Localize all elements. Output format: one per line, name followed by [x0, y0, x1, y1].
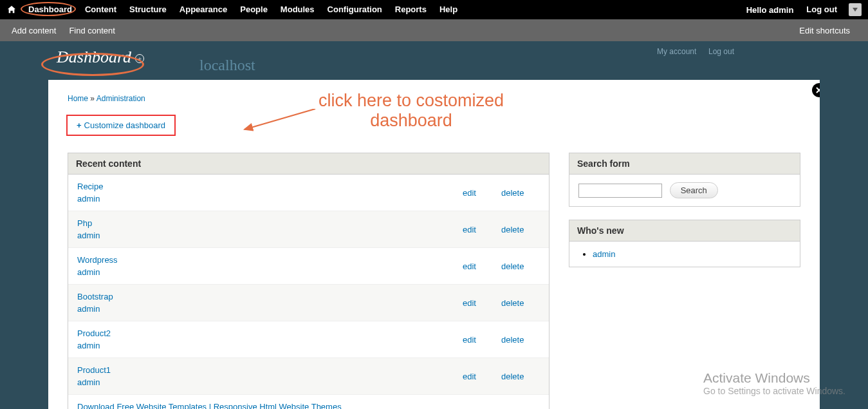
content-title-link[interactable]: Php	[77, 218, 463, 228]
delete-link[interactable]: delete	[501, 225, 540, 234]
menu-help[interactable]: Help	[433, 0, 464, 19]
content-row: Bootstrapadmineditdelete	[68, 284, 549, 321]
page-header: Dashboard+ localhost My account Log out	[0, 41, 868, 80]
content-title-link[interactable]: Product2	[77, 328, 463, 338]
header-logout-link[interactable]: Log out	[708, 47, 734, 56]
content-row: Recipeadmineditdelete	[68, 175, 549, 211]
overlay-panel: Home » Administration +Customize dashboa…	[48, 80, 820, 409]
plus-icon: +	[77, 120, 82, 130]
edit-link[interactable]: edit	[463, 372, 501, 381]
home-icon[interactable]	[6, 5, 17, 15]
delete-link[interactable]: delete	[501, 298, 540, 308]
edit-link[interactable]: edit	[463, 262, 501, 271]
hello-user: Hello admin	[740, 5, 800, 15]
content-row: Product1admineditdelete	[68, 357, 549, 394]
recent-content-header: Recent content	[68, 153, 549, 175]
breadcrumb-admin[interactable]: Administration	[97, 94, 145, 103]
content-title-link[interactable]: Product1	[77, 365, 463, 375]
whos-new-item: admin	[593, 249, 791, 259]
menu-structure[interactable]: Structure	[123, 0, 173, 19]
annotation-text: click here to costomizeddashboard	[319, 91, 504, 131]
content-author-link[interactable]: admin	[77, 267, 100, 277]
search-block-header: Search form	[569, 153, 800, 175]
content-author-link[interactable]: admin	[77, 231, 100, 240]
edit-link[interactable]: edit	[463, 188, 501, 198]
user-links: My account Log out	[647, 46, 734, 56]
find-content-link[interactable]: Find content	[62, 26, 122, 35]
svg-line-0	[245, 109, 315, 129]
whos-new-user-link[interactable]: admin	[593, 249, 615, 259]
admin-toolbar: Dashboard Content Structure Appearance P…	[0, 0, 868, 19]
delete-link[interactable]: delete	[501, 372, 540, 381]
menu-dashboard[interactable]: Dashboard	[22, 0, 78, 19]
menu-reports[interactable]: Reports	[389, 0, 433, 19]
breadcrumb-home[interactable]: Home	[68, 94, 88, 103]
content-author-link[interactable]: admin	[77, 304, 100, 314]
menu-people[interactable]: People	[234, 0, 274, 19]
menu-content[interactable]: Content	[78, 0, 123, 19]
breadcrumb-sep: »	[88, 94, 97, 103]
whos-new-header: Who's new	[569, 220, 800, 242]
whos-new-block: Who's new admin	[569, 220, 800, 267]
windows-watermark: Activate Windows Go to Settings to activ…	[703, 370, 845, 396]
search-block: Search form Search	[569, 153, 800, 207]
delete-link[interactable]: delete	[501, 262, 540, 271]
edit-link[interactable]: edit	[463, 298, 501, 308]
content-author-link[interactable]: admin	[77, 194, 100, 204]
content-row: Download Free Website Templates | Respon…	[68, 394, 549, 409]
content-row: Wordpressadmineditdelete	[68, 247, 549, 284]
close-overlay-button[interactable]	[812, 83, 820, 97]
edit-link[interactable]: edit	[463, 225, 501, 234]
menu-configuration[interactable]: Configuration	[321, 0, 389, 19]
menu-modules[interactable]: Modules	[274, 0, 321, 19]
search-input[interactable]	[578, 184, 662, 198]
plus-circle-icon: +	[135, 54, 144, 63]
page-title: Dashboard+	[57, 48, 144, 67]
content-row: Phpadmineditdelete	[68, 211, 549, 247]
search-button[interactable]: Search	[670, 182, 718, 198]
content-author-link[interactable]: admin	[77, 341, 100, 350]
logout-link[interactable]: Log out	[800, 0, 844, 19]
edit-link[interactable]: edit	[463, 335, 501, 345]
shortcut-toolbar: Add content Find content Edit shortcuts	[0, 19, 868, 41]
content-title-link[interactable]: Bootstrap	[77, 292, 463, 301]
my-account-link[interactable]: My account	[657, 47, 696, 56]
customize-dashboard-button[interactable]: +Customize dashboard	[66, 115, 176, 136]
content-title-link[interactable]: Wordpress	[77, 255, 463, 265]
content-author-link[interactable]: admin	[77, 377, 100, 387]
menu-appearance[interactable]: Appearance	[173, 0, 234, 19]
annotation-arrow-icon	[241, 109, 319, 135]
add-content-link[interactable]: Add content	[12, 26, 62, 35]
site-name: localhost	[199, 57, 255, 74]
recent-content-block: Recent content RecipeadmineditdeletePhpa…	[68, 153, 549, 409]
delete-link[interactable]: delete	[501, 188, 540, 198]
content-title-link[interactable]: Download Free Website Templates | Respon…	[77, 402, 463, 409]
toolbar-dropdown-toggle[interactable]	[849, 3, 862, 16]
content-row: Product2admineditdelete	[68, 321, 549, 357]
delete-link[interactable]: delete	[501, 335, 540, 345]
edit-shortcuts-link[interactable]: Edit shortcuts	[793, 26, 856, 35]
content-title-link[interactable]: Recipe	[77, 182, 463, 191]
